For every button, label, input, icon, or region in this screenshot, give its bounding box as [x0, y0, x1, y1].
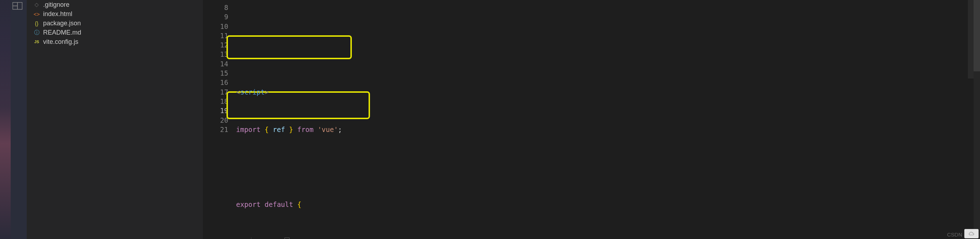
line-number: 18: [203, 97, 228, 106]
file-name: vite.config.js: [43, 38, 78, 46]
code-line: [236, 162, 980, 172]
watermark-logo-icon: [964, 229, 978, 238]
code-editor[interactable]: 8 9 10 11 12 13 14 15 16 17 18 19 20 21 …: [203, 0, 980, 239]
editor-layout: ◇ .gitignore <> index.html {} package.js…: [0, 0, 980, 239]
info-icon: ⓘ: [33, 29, 40, 36]
file-explorer: ◇ .gitignore <> index.html {} package.js…: [27, 0, 203, 239]
file-row[interactable]: {} package.json: [27, 19, 203, 28]
line-number-gutter: 8 9 10 11 12 13 14 15 16 17 18 19 20 21: [203, 0, 228, 239]
json-icon: {}: [33, 20, 40, 26]
code-line: <script>: [236, 87, 980, 97]
panel-layout-icon[interactable]: [13, 2, 22, 10]
file-name: .gitignore: [43, 1, 70, 8]
line-number: 8: [203, 3, 228, 12]
line-number-active: 19: [203, 106, 228, 115]
js-icon: JS: [33, 40, 40, 44]
code-line: import { ref } from 'vue';: [236, 125, 980, 134]
watermark-csdn: CSDN: [947, 231, 962, 237]
line-number: 12: [203, 40, 228, 50]
line-number: 21: [203, 125, 228, 134]
line-number: 9: [203, 12, 228, 21]
file-row[interactable]: ◇ .gitignore: [27, 0, 203, 9]
file-name: index.html: [43, 10, 72, 18]
git-icon: ◇: [33, 2, 40, 8]
line-number: 17: [203, 87, 228, 97]
line-number: 15: [203, 69, 228, 78]
file-name: package.json: [43, 19, 81, 27]
line-number: 11: [203, 31, 228, 40]
scrollbar-thumb[interactable]: [974, 0, 980, 71]
file-row[interactable]: ⓘ README.md: [27, 28, 203, 37]
file-row[interactable]: <> index.html: [27, 9, 203, 19]
file-row[interactable]: JS vite.config.js: [27, 37, 203, 47]
code-line: [236, 50, 980, 59]
editor-scrollbar[interactable]: [974, 0, 980, 239]
line-number: 13: [203, 50, 228, 59]
line-number: 10: [203, 22, 228, 31]
left-decorative-strip: [0, 0, 11, 239]
html-icon: <>: [33, 11, 40, 17]
overview-ruler: [968, 0, 974, 79]
line-number: 20: [203, 115, 228, 125]
line-number: 16: [203, 78, 228, 87]
code-line: setup() {: [236, 237, 980, 239]
code-content[interactable]: <script> import { ref } from 'vue'; expo…: [228, 0, 980, 239]
file-name: README.md: [43, 29, 81, 36]
line-number: 14: [203, 59, 228, 69]
code-line: export default {: [236, 200, 980, 209]
